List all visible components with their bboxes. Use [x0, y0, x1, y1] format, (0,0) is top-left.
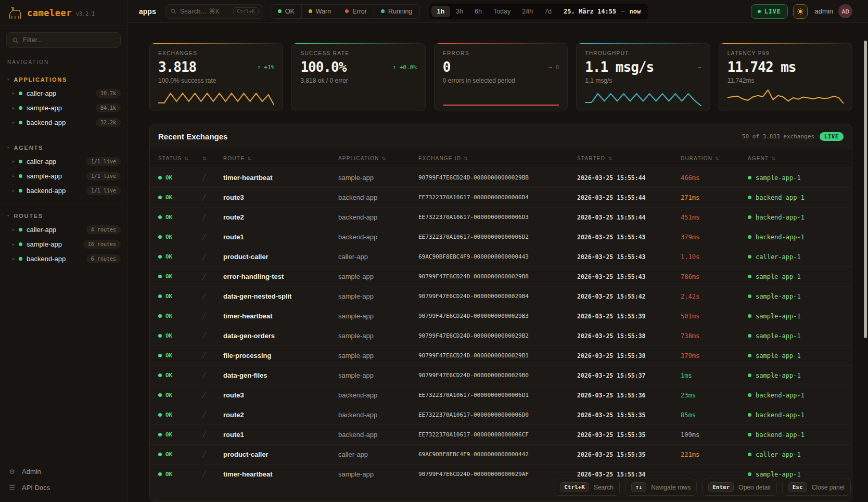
stat-card-success-rate[interactable]: SUCCESS RATE100.0%↑ +0.0%3.818 ok / 0 er… — [291, 43, 425, 111]
time-range-today[interactable]: Today — [488, 6, 516, 17]
table-row[interactable]: OK╱timer-heartbeatsample-app90799F47E6CD… — [150, 306, 852, 326]
status-cell: OK — [158, 234, 202, 240]
column-header-status[interactable]: STATUS⇅ — [158, 156, 202, 161]
ok-dot-icon — [158, 294, 162, 298]
table-row[interactable]: OK╱route1backend-appEE7322370A10617-0000… — [150, 425, 852, 445]
sidebar-footer-admin[interactable]: ⚙Admin — [0, 464, 127, 480]
status-dot-icon — [19, 106, 22, 110]
status-filter-ok[interactable]: OK — [271, 5, 301, 18]
trend-icon: ╱ — [202, 174, 223, 181]
table-row[interactable]: OK╱route2backend-appEE7322370A10617-0000… — [150, 405, 852, 425]
sidebar-item-backend-app[interactable]: ▸backend-app6 routes — [0, 251, 127, 266]
sidebar-item-backend-app[interactable]: ▸backend-app1/1 live — [0, 183, 127, 198]
status-filter-group: OKWarnErrorRunning — [271, 4, 420, 19]
column-header-agent[interactable]: AGENT⇅ — [748, 156, 844, 161]
sidebar-item-caller-app[interactable]: ▸caller-app10.7k — [0, 86, 127, 100]
stat-card-latency-p99[interactable]: LATENCY P9911.742 ms11.742ms — [719, 43, 852, 111]
application-cell: sample-app — [338, 332, 418, 340]
status-text: OK — [165, 372, 172, 379]
table-row[interactable]: OK╱route3backend-appEE7322370A10617-0000… — [150, 188, 852, 208]
table-row[interactable]: OK╱product-callercaller-app69AC90BF8EBC4… — [150, 445, 852, 465]
sidebar-item-sample-app[interactable]: ▸sample-app1/1 live — [0, 169, 127, 183]
sidebar-item-caller-app[interactable]: ▸caller-app4 routes — [0, 222, 127, 237]
status-text: OK — [165, 234, 172, 240]
scrollbar-thumb[interactable] — [864, 41, 867, 338]
ok-dot-icon — [158, 196, 162, 199]
agent-cell: caller-app-1 — [748, 253, 844, 261]
route-cell: timer-heartbeat — [223, 174, 338, 182]
stat-card-throughput[interactable]: THROUGHPUT1.1 msg/s→1.1 msg/s — [576, 43, 710, 111]
column-header-route[interactable]: ROUTE⇅ — [223, 156, 338, 161]
nav-sections: ▾APPLICATIONS▸caller-app10.7k▸sample-app… — [0, 68, 127, 458]
table-row[interactable]: OK╱route3backend-appEE7322370A10617-0000… — [150, 385, 852, 405]
status-text: OK — [165, 451, 172, 458]
sort-icon: ⇅ — [608, 156, 612, 161]
status-cell: OK — [158, 352, 202, 359]
duration-cell: 109ms — [681, 431, 748, 439]
status-filter-error[interactable]: Error — [338, 5, 374, 18]
time-range-6h[interactable]: 6h — [469, 6, 488, 17]
global-search-input[interactable]: Search… ⌘K Ctrl+K — [165, 4, 263, 19]
table-row[interactable]: OK╱data-gen-nested-splitsample-app90799F… — [150, 287, 852, 306]
stats-row: EXCHANGES3.818↑ +1%100.0% success rateSU… — [149, 43, 852, 111]
sidebar-item-sample-app[interactable]: ▸sample-app16 routes — [0, 237, 127, 251]
exchange-id-cell: EE7322370A10617-00000000000006D4 — [418, 194, 577, 201]
scrollbar[interactable] — [863, 0, 868, 502]
sidebar-filter-input[interactable]: Filter... — [6, 32, 121, 48]
sort-icon: ⇅ — [202, 156, 207, 161]
section-header-agents[interactable]: ▾AGENTS — [0, 141, 127, 154]
table-row[interactable]: OK╱route1backend-appEE7322370A10617-0000… — [150, 227, 852, 247]
table-row[interactable]: OK╱timer-heartbeatsample-app90799F47E6CD… — [150, 168, 852, 188]
table-row[interactable]: OK╱data-gen-filessample-app90799F47E6CD2… — [150, 366, 852, 385]
stat-value-row: 1.1 msg/s→ — [585, 59, 701, 75]
avatar[interactable]: AD — [838, 4, 852, 18]
column-header-duration[interactable]: DURATION⇅ — [681, 156, 748, 161]
section-header-routes[interactable]: ▾ROUTES — [0, 210, 127, 222]
sidebar-item-backend-app[interactable]: ▸backend-app32.2k — [0, 115, 127, 130]
time-range-7d[interactable]: 7d — [539, 6, 557, 17]
status-cell: OK — [158, 293, 202, 300]
ok-dot-icon — [158, 314, 162, 318]
agent-dot-icon — [748, 393, 751, 397]
table-row[interactable]: OK╱route2backend-appEE7322370A10617-0000… — [150, 208, 852, 227]
agent-dot-icon — [748, 413, 751, 417]
column-header-started[interactable]: STARTED⇅ — [577, 156, 681, 161]
section-header-applications[interactable]: ▾APPLICATIONS — [0, 73, 127, 86]
live-button[interactable]: LIVE — [751, 4, 788, 19]
table-row[interactable]: OK╱file-processingsample-app90799F47E6CD… — [150, 346, 852, 366]
theme-toggle-button[interactable] — [793, 4, 808, 19]
table-row[interactable]: OK╱data-gen-orderssample-app90799F47E6CD… — [150, 326, 852, 346]
table-row[interactable]: OK╱product-callercaller-app69AC90BF8EBC4… — [150, 247, 852, 267]
sidebar-item-sample-app[interactable]: ▸sample-app84.1k — [0, 100, 127, 115]
sidebar-item-caller-app[interactable]: ▸caller-app1/1 live — [0, 154, 127, 169]
time-range-1h[interactable]: 1h — [431, 6, 451, 17]
sort-icon: ⇅ — [247, 156, 252, 161]
status-cell: OK — [158, 214, 202, 221]
column-header-exchange-id[interactable]: EXCHANGE ID⇅ — [418, 156, 577, 161]
status-dot-icon — [19, 228, 22, 231]
date-range-display[interactable]: 25. März 14:55–now — [564, 8, 646, 15]
time-range-24h[interactable]: 24h — [516, 6, 539, 17]
stat-card-exchanges[interactable]: EXCHANGES3.818↑ +1%100.0% success rate — [149, 43, 283, 111]
duration-cell: 23ms — [681, 392, 748, 399]
ok-dot-icon — [158, 374, 162, 377]
status-dot-icon — [19, 121, 22, 124]
started-cell: 2026-03-25 15:55:35 — [577, 431, 681, 439]
agent-cell: sample-app-1 — [748, 174, 844, 182]
agent-cell: sample-app-1 — [748, 352, 844, 359]
table-row[interactable]: OK╱error-handling-testsample-app90799F47… — [150, 267, 852, 287]
column-header-trend[interactable]: ⇅ — [202, 156, 223, 161]
application-cell: sample-app — [338, 273, 418, 280]
sidebar-footer-api-docs[interactable]: ☰API Docs — [0, 480, 127, 496]
stat-card-errors[interactable]: ERRORS0→ 00 errors in selected period — [434, 43, 568, 111]
filter-wrap: Filter... — [0, 26, 127, 50]
agent-name: sample-app-1 — [756, 471, 801, 478]
logo[interactable]: cameleer v3.2.1 — [0, 0, 127, 26]
hint-navigate-rows: ↑↓Navigate rows — [625, 479, 697, 496]
column-header-application[interactable]: APPLICATION⇅ — [338, 156, 418, 161]
status-filter-running[interactable]: Running — [374, 5, 419, 18]
status-filter-label: Error — [352, 8, 367, 15]
time-range-3h[interactable]: 3h — [450, 6, 469, 17]
agent-cell: sample-app-1 — [748, 293, 844, 300]
status-filter-warn[interactable]: Warn — [301, 5, 338, 18]
